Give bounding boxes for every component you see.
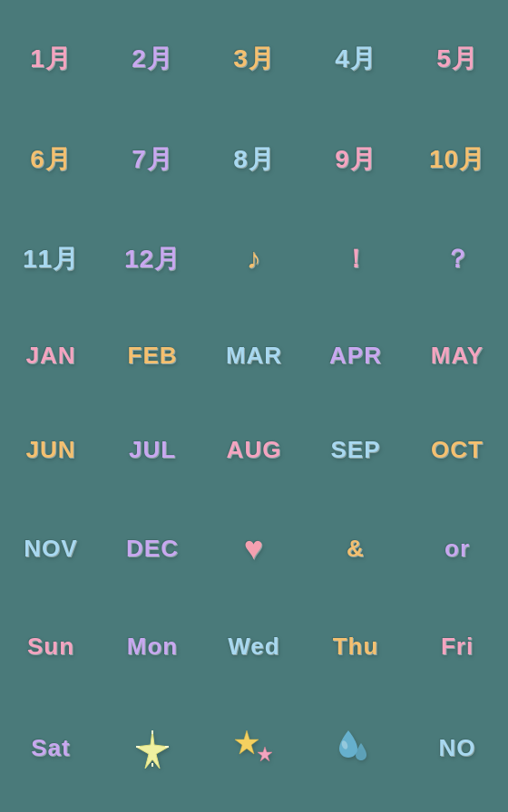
ampersand-symbol: &: [305, 497, 406, 600]
month-7: 7月: [102, 109, 203, 208]
question-icon: ？: [406, 209, 508, 309]
day-thu: Thu: [305, 600, 406, 693]
no-label: NO: [406, 694, 508, 803]
month-11: 11月: [0, 209, 102, 309]
month-6: 6月: [0, 109, 102, 208]
month-sep: SEP: [305, 403, 406, 497]
month-feb: FEB: [102, 309, 203, 402]
day-sun: Sun: [0, 600, 102, 693]
month-2: 2月: [102, 9, 203, 109]
stars-icon: [203, 694, 305, 803]
month-1: 1月: [0, 9, 102, 109]
month-may: MAY: [406, 309, 508, 402]
or-label: or: [406, 497, 508, 600]
day-mon: Mon: [102, 600, 203, 693]
heart-icon: ♥: [203, 497, 305, 600]
month-9: 9月: [305, 109, 406, 208]
month-10: 10月: [406, 109, 508, 208]
month-aug: AUG: [203, 403, 305, 497]
day-fri: Fri: [406, 600, 508, 693]
month-oct: OCT: [406, 403, 508, 497]
sparkle-star-icon: [102, 694, 203, 803]
emoji-grid: 1月 2月 3月 4月 5月 6月 7月 8月 9月 10月 11月 12月 ♪…: [0, 0, 508, 812]
month-jun: JUN: [0, 403, 102, 497]
month-12: 12月: [102, 209, 203, 309]
month-apr: APR: [305, 309, 406, 402]
month-mar: MAR: [203, 309, 305, 402]
month-jul: JUL: [102, 403, 203, 497]
day-wed: Wed: [203, 600, 305, 693]
month-dec: DEC: [102, 497, 203, 600]
month-5: 5月: [406, 9, 508, 109]
month-jan: JAN: [0, 309, 102, 402]
exclamation-icon: ！: [305, 209, 406, 309]
music-note-icon: ♪: [203, 209, 305, 309]
month-nov: NOV: [0, 497, 102, 600]
month-8: 8月: [203, 109, 305, 208]
month-4: 4月: [305, 9, 406, 109]
month-3: 3月: [203, 9, 305, 109]
day-sat: Sat: [0, 694, 102, 803]
water-drops-icon: [305, 694, 406, 803]
